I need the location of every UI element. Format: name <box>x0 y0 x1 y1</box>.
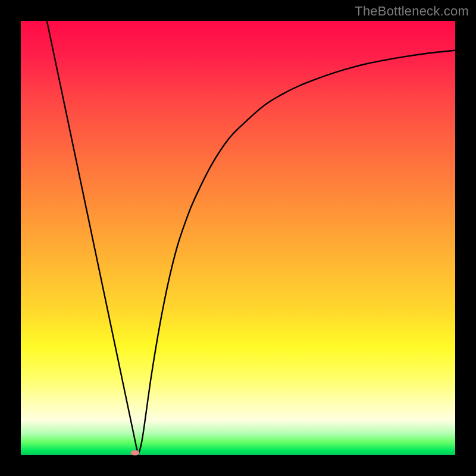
watermark-text: TheBottleneck.com <box>355 4 469 19</box>
chart-frame: TheBottleneck.com <box>0 0 476 476</box>
plot-area <box>21 21 455 455</box>
bottleneck-curve <box>21 21 455 455</box>
